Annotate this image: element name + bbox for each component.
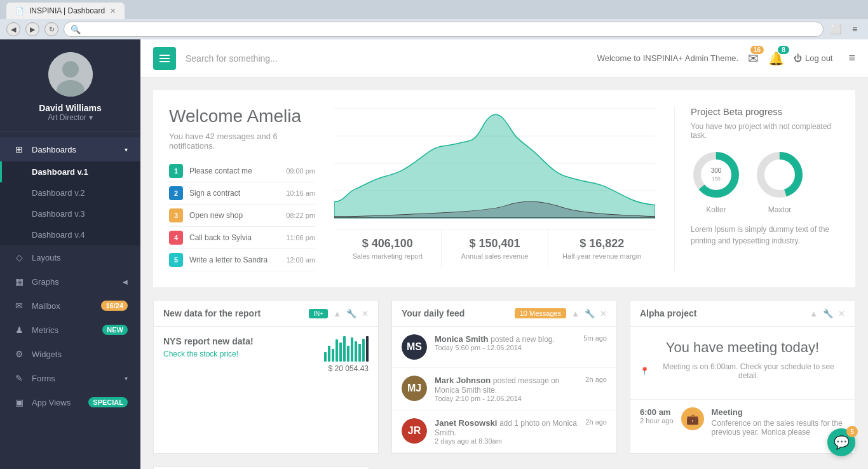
sidebar-item-metrics[interactable]: ♟ Metrics NEW	[0, 318, 140, 342]
message-time: 09:00 pm	[286, 167, 315, 175]
topbar-menu-button[interactable]: ≡	[848, 51, 855, 65]
extension-button[interactable]: ⬜	[829, 22, 843, 36]
sidebar-item-dashboard-v3[interactable]: Dashboard v.3	[0, 203, 140, 224]
svg-text:150: 150	[712, 176, 721, 182]
main-content: Search for something... Welcome to INSPI…	[140, 39, 868, 469]
alpha-meeting-section: You have meeting today! 📍 Meeting is on …	[630, 327, 855, 399]
browser-controls: ◀ ▶ ↻ 🔍 ⬜ ≡	[0, 19, 868, 39]
sidebar-item-layouts[interactable]: ◇ Layouts	[0, 245, 140, 269]
donut-charts: 300 150 Kolter Maxtor	[691, 149, 839, 214]
sidebar-item-forms[interactable]: ✎ Forms ▾	[0, 366, 140, 390]
list-item: 3 Open new shop 08:22 pm	[169, 205, 315, 227]
logout-button[interactable]: ⏻ Log out	[794, 53, 832, 63]
project-beta-panel: Project Beta progress You have two proje…	[674, 106, 839, 271]
avatar	[48, 52, 93, 97]
report-link[interactable]: Check the stock price!	[163, 350, 238, 358]
metrics-icon: ♟	[13, 325, 25, 335]
feed-badge: 10 Messages	[515, 308, 566, 318]
collapse-button[interactable]: ▲	[810, 309, 818, 318]
graphs-icon: ▦	[13, 276, 25, 287]
feed-content: Monica Smith posted a new blog. Today 5:…	[435, 334, 576, 360]
bar	[332, 349, 334, 362]
meeting-item: 6:00 am 2 hour ago 💼 Meeting Conference …	[630, 399, 855, 444]
welcome-text: Welcome to INSPINIA+ Admin Theme.	[597, 53, 738, 63]
meeting-icon: 💼	[681, 407, 704, 430]
forms-icon: ✎	[13, 373, 25, 383]
address-bar[interactable]: 🔍	[64, 22, 824, 37]
sidebar-item-dashboard-v4[interactable]: Dashboard v.4	[0, 224, 140, 245]
notifications-count: 16	[750, 46, 764, 54]
app-views-icon: ▣	[13, 397, 25, 407]
briefcase-icon: 💼	[686, 413, 699, 425]
message-text: Please contact me	[189, 167, 280, 175]
sidebar-item-mailbox[interactable]: ✉ Mailbox 16/24	[0, 294, 140, 318]
report-text: NYS report new data! Check the stock pri…	[163, 336, 254, 358]
sidebar-item-dashboards[interactable]: ⊞ Dashboards ▾	[0, 137, 140, 161]
message-time: 10:16 am	[286, 189, 315, 197]
kolter-donut: 300 150	[691, 149, 742, 200]
stat-value: $ 16,822	[556, 237, 648, 250]
search-input[interactable]: Search for something...	[186, 53, 597, 64]
refresh-button[interactable]: ↻	[44, 22, 58, 36]
wrench-icon[interactable]: 🔧	[823, 309, 833, 318]
report-badge: IN+	[309, 309, 328, 318]
sidebar-item-dashboard-v2[interactable]: Dashboard v.2	[0, 182, 140, 203]
alpha-panel-title: Alpha project	[640, 308, 804, 318]
sidebar-item-label: Dashboards	[32, 145, 125, 154]
feed-list: MS Monica Smith posted a new blog. Today…	[392, 327, 616, 453]
sidebar-item-graphs[interactable]: ▦ Graphs ◀	[0, 269, 140, 294]
message-number: 1	[169, 164, 183, 178]
list-item: 1 Please contact me 09:00 pm	[169, 160, 315, 182]
sidebar-toggle-button[interactable]	[153, 47, 176, 70]
maxtor-label: Maxtor	[754, 205, 805, 214]
list-item: 5 Write a letter to Sandra 12:00 am	[169, 249, 315, 271]
close-icon[interactable]: ✕	[838, 309, 845, 318]
maxtor-donut	[754, 149, 805, 200]
widgets-icon: ⚙	[13, 349, 25, 359]
bar	[362, 339, 365, 362]
close-icon[interactable]: ✕	[600, 309, 607, 318]
feed-avatar: MJ	[402, 376, 427, 401]
message-number: 4	[169, 231, 183, 245]
menu-button[interactable]: ≡	[848, 22, 862, 36]
sidebar-item-dashboard-v1[interactable]: Dashboard v.1	[0, 161, 140, 182]
stat-label: Annual sales revenue	[449, 252, 541, 260]
tab-close-button[interactable]: ✕	[110, 7, 116, 15]
browser-tab-bar: 📄 INSPINIA | Dashboard ✕	[0, 0, 868, 19]
sidebar-item-app-views[interactable]: ▣ App Views SPECIAL	[0, 390, 140, 414]
report-panel-title: New data for the report	[163, 308, 304, 318]
message-time: 08:22 pm	[286, 212, 315, 219]
chat-bubble-button[interactable]: 💬 5	[827, 428, 855, 456]
svg-point-1	[62, 61, 79, 78]
message-number: 3	[169, 208, 183, 222]
message-list: 1 Please contact me 09:00 pm 2 Sign a co…	[169, 160, 315, 271]
message-time: 12:00 am	[286, 256, 315, 264]
stat-item-margin: $ 16,822 Half-year revenue margin	[548, 229, 655, 268]
tab-icon: 📄	[15, 7, 24, 15]
message-text: Call back to Sylvia	[189, 233, 280, 242]
stat-value: $ 150,401	[449, 237, 541, 250]
feed-panel-title: Your daily feed	[402, 308, 510, 318]
wrench-icon[interactable]: 🔧	[346, 309, 356, 318]
stat-label: Half-year revenue margin	[556, 252, 648, 260]
back-button[interactable]: ◀	[6, 22, 20, 36]
welcome-title: Welcome Amelia	[169, 106, 315, 126]
collapse-button[interactable]: ▲	[333, 309, 341, 318]
location-icon: 📍	[640, 367, 649, 376]
project-beta-subtitle: You have two project with not compleated…	[691, 122, 839, 140]
collapse-button[interactable]: ▲	[571, 309, 580, 318]
messages-button[interactable]: 🔔 8	[768, 51, 784, 66]
metrics-badge: NEW	[102, 325, 128, 335]
report-amount: $ 20 054.43	[263, 364, 369, 373]
avatar-initials: MS	[402, 334, 427, 360]
wrench-icon[interactable]: 🔧	[585, 309, 595, 318]
notifications-button[interactable]: ✉ 16	[748, 51, 759, 66]
forward-button[interactable]: ▶	[25, 22, 39, 36]
bar	[358, 344, 361, 362]
browser-tab[interactable]: 📄 INSPINIA | Dashboard ✕	[6, 3, 125, 19]
close-icon[interactable]: ✕	[362, 309, 369, 318]
welcome-subtitle: You have 42 messages and 6 notifications…	[169, 132, 315, 151]
message-text: Sign a contract	[189, 189, 280, 198]
stat-item-sales: $ 406,100 Sales marketing report	[334, 229, 442, 268]
sidebar-item-widgets[interactable]: ⚙ Widgets	[0, 342, 140, 366]
